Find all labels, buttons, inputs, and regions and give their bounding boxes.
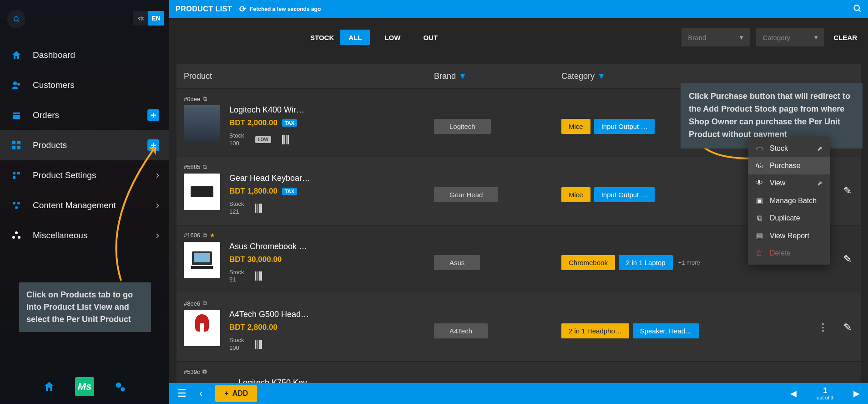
brand-pill[interactable]: Logitech	[434, 119, 491, 134]
menu-button[interactable]: ☰	[177, 388, 187, 399]
menu-purchase[interactable]: 🛍 Purchase	[748, 157, 830, 174]
plus-icon: +	[224, 389, 228, 398]
svg-point-0	[14, 17, 18, 21]
edit-button[interactable]: ✎	[843, 253, 852, 265]
orders-icon	[10, 109, 23, 122]
topbar: PRODUCT LIST ⟳ Fetched a few seconds ago	[169, 0, 868, 18]
header-category[interactable]: Category ▼	[561, 72, 698, 81]
sidebar-item-products[interactable]: Products +	[0, 130, 169, 160]
copy-icon[interactable]: ⧉	[202, 368, 207, 375]
clear-button[interactable]: CLEAR	[833, 34, 857, 41]
sidebar-item-dashboard[interactable]: Dashboard	[0, 40, 169, 70]
product-thumb	[184, 310, 220, 346]
misc-icon	[10, 229, 23, 242]
main-area: PRODUCT LIST ⟳ Fetched a few seconds ago…	[169, 0, 868, 404]
copy-icon[interactable]: ⧉	[203, 232, 207, 239]
chevron-right-icon: ›	[156, 230, 159, 241]
product-id: #0dee	[184, 96, 200, 102]
header-brand[interactable]: Brand ▼	[434, 72, 561, 81]
category-chip[interactable]: Input Output …	[594, 187, 655, 202]
category-chip[interactable]: 2 in 1 Headpho…	[561, 323, 629, 338]
brand-pill[interactable]: Gear Head	[434, 187, 498, 202]
product-price: BDT 2,800.00	[229, 323, 278, 332]
page-prev[interactable]: ◀	[790, 389, 797, 399]
product-id: #5885	[184, 164, 200, 170]
copy-icon[interactable]: ⧉	[203, 95, 207, 102]
product-thumb	[184, 242, 220, 278]
sidebar-bottom-bar: Ms	[0, 373, 169, 400]
add-order-button[interactable]: +	[147, 109, 159, 121]
edit-button[interactable]: ✎	[843, 185, 852, 197]
star-icon: ★	[210, 232, 215, 239]
svg-rect-7	[17, 141, 20, 144]
filter-icon[interactable]: ▼	[597, 72, 606, 81]
segment-low[interactable]: LOW	[376, 30, 409, 45]
refresh-button[interactable]: ⟳ Fetched a few seconds ago	[239, 4, 321, 14]
add-product-button[interactable]: +	[147, 139, 159, 151]
category-chip[interactable]: 2 in 1 Laptop	[619, 255, 673, 270]
segment-all[interactable]: ALL	[340, 30, 370, 45]
svg-rect-12	[13, 176, 15, 179]
svg-rect-8	[12, 146, 15, 149]
copy-icon[interactable]: ⧉	[203, 300, 207, 307]
filter-icon[interactable]: ▼	[459, 72, 467, 81]
menu-delete[interactable]: 🗑 Delete	[748, 245, 830, 262]
sidebar-item-content-management[interactable]: Content Management ›	[0, 190, 169, 220]
add-button[interactable]: + ADD	[215, 385, 257, 402]
batch-icon: ▣	[755, 196, 763, 205]
menu-view-report[interactable]: ▤ View Report	[748, 227, 830, 245]
lang-active[interactable]: EN	[148, 11, 164, 26]
lang-inactive[interactable]: বাং	[133, 11, 148, 26]
menu-duplicate[interactable]: ⧉ Duplicate	[748, 210, 830, 227]
back-button[interactable]: ‹	[199, 388, 202, 399]
category-chip[interactable]: Mice	[561, 187, 590, 202]
page-title: PRODUCT LIST	[176, 5, 232, 13]
topbar-search-button[interactable]	[853, 4, 862, 15]
sidebar-search-button[interactable]	[7, 10, 25, 28]
gear-button[interactable]	[111, 378, 129, 395]
category-chip[interactable]: Speaker, Head…	[633, 323, 699, 338]
svg-line-22	[859, 10, 861, 11]
barcode-icon	[282, 135, 289, 144]
row-menu-button[interactable]: ⋮	[818, 322, 827, 333]
svg-rect-6	[12, 141, 15, 144]
segment-out[interactable]: OUT	[415, 30, 446, 45]
stock-qty: 91	[229, 276, 244, 284]
table-row[interactable]: #8ee6 ⧉ A4Tech G500 Head… BDT 2,800.00 S…	[177, 293, 861, 361]
sidebar-item-customers[interactable]: Customers	[0, 70, 169, 100]
sidebar-item-orders[interactable]: Orders +	[0, 100, 169, 130]
product-name: Asus Chromebook …	[229, 242, 311, 251]
page-next[interactable]: ▶	[853, 389, 860, 399]
ms-logo[interactable]: Ms	[75, 377, 94, 396]
more-chips[interactable]: +1 more	[678, 259, 700, 266]
home-icon	[10, 49, 23, 61]
brand-pill[interactable]: Asus	[434, 255, 480, 270]
menu-manage-batch[interactable]: ▣ Manage Batch	[748, 192, 830, 210]
product-thumb	[184, 105, 220, 142]
category-chip[interactable]: Mice	[561, 119, 590, 134]
external-link-icon: ⬈	[817, 179, 823, 187]
copy-icon[interactable]: ⧉	[203, 164, 207, 171]
language-toggle[interactable]: বাং EN	[133, 11, 164, 26]
sidebar-item-miscellaneous[interactable]: Miscellaneous ›	[0, 220, 169, 251]
menu-view[interactable]: 👁 View ⬈	[748, 174, 830, 192]
category-dropdown[interactable]: Category ▾	[756, 28, 824, 46]
sidebar-item-label: Miscellaneous	[33, 230, 87, 240]
product-name: Logitech K400 Wir…	[229, 105, 311, 115]
barcode-icon	[255, 204, 262, 213]
delete-icon: 🗑	[755, 249, 763, 257]
category-chip[interactable]: Input Output …	[594, 119, 655, 134]
refresh-icon: ⟳	[239, 4, 246, 14]
sidebar-item-product-settings[interactable]: Product Settings ›	[0, 160, 169, 190]
edit-button[interactable]: ✎	[843, 322, 852, 333]
home-button[interactable]	[40, 378, 58, 395]
menu-stock[interactable]: ▭ Stock ⬈	[748, 139, 830, 157]
brand-pill[interactable]: A4Tech	[434, 323, 488, 338]
brand-dropdown[interactable]: Brand ▾	[681, 28, 750, 46]
product-price: BDT 30,000.00	[229, 255, 282, 264]
chevron-right-icon: ›	[156, 169, 159, 181]
stock-qty: 100	[229, 344, 244, 352]
sidebar-item-label: Dashboard	[33, 50, 75, 60]
product-price: BDT 1,800.00	[229, 187, 278, 196]
category-chip[interactable]: Chromebook	[561, 255, 615, 270]
